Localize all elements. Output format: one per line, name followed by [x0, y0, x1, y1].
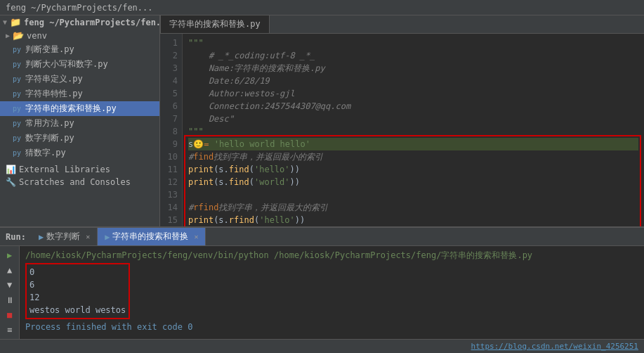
- scratches-label: Scratches and Consoles: [19, 177, 131, 187]
- filename-4: 字符串的搜索和替换.py: [25, 103, 117, 115]
- code-line-3: Name:字符串的搜索和替换.py: [188, 62, 638, 75]
- top-bar: feng ~/PycharmProjects/fen...: [0, 0, 644, 15]
- ext-lib-label: External Libraries: [19, 165, 110, 174]
- sidebar-project-root[interactable]: ▼ 📁 feng ~/PycharmProjects/fen...: [0, 15, 159, 29]
- tab-filename: 字符串的搜索和替换.py: [169, 19, 261, 29]
- pause-button[interactable]: ⏸: [3, 294, 17, 306]
- editor-tabs: 字符串的搜索和替换.py: [160, 15, 644, 34]
- external-libraries[interactable]: 📊 External Libraries: [0, 163, 159, 176]
- output-line-2: 12: [29, 291, 126, 304]
- code-line-8: """: [188, 125, 638, 138]
- output-line-0: 0: [29, 266, 126, 278]
- code-line-14: #rfind找到字串，并返回最大的索引: [188, 201, 638, 214]
- stop-button[interactable]: ■: [3, 309, 17, 321]
- py-file-icon-2: py: [11, 75, 22, 83]
- sidebar: ▼ 📁 feng ~/PycharmProjects/fen... ▶ 📂 ve…: [0, 15, 160, 226]
- sidebar-item-file-0[interactable]: py 判断变量.py: [0, 42, 159, 57]
- output-box-container: 0 6 12 westos world westos: [25, 263, 130, 319]
- code-line-12: print(s.find('world')): [188, 176, 638, 188]
- sidebar-item-file-6[interactable]: py 数字判断.py: [0, 131, 159, 146]
- project-name: feng ~/PycharmProjects/fen...: [24, 18, 160, 27]
- filename-6: 数字判断.py: [25, 132, 74, 144]
- scratches-and-consoles[interactable]: 🔧 Scratches and Consoles: [0, 176, 159, 188]
- sidebar-item-file-2[interactable]: py 字符串定义.py: [0, 72, 159, 86]
- py-file-icon-7: py: [11, 149, 22, 157]
- run-tab-0[interactable]: ▶ 数字判断 ✕: [32, 228, 98, 245]
- py-file-icon-0: py: [11, 46, 22, 53]
- code-line-9: s🙂= 'hello world hello': [188, 138, 638, 150]
- run-button[interactable]: ▶: [3, 249, 17, 261]
- sidebar-item-file-3[interactable]: py 字符串特性.py: [0, 86, 159, 101]
- down-button[interactable]: ▼: [3, 279, 17, 291]
- code-line-5: Author:westos-gjl: [188, 87, 638, 100]
- sidebar-item-file-1[interactable]: py 判断大小写和数字.py: [0, 57, 159, 72]
- run-tab-label-0: 数字判断: [46, 231, 80, 243]
- run-tab-1[interactable]: ▶ 字符串的搜索和替换 ✕: [98, 228, 206, 245]
- exit-message: Process finished with exit code 0: [25, 321, 638, 333]
- code-editor: 12345 678910 1112131415 161718 """ # _*_…: [160, 34, 644, 226]
- code-line-13: [188, 188, 638, 201]
- sidebar-item-file-4[interactable]: py 字符串的搜索和替换.py: [0, 101, 159, 116]
- code-line-10: #find找到字串，并返回最小的索引: [188, 150, 638, 163]
- editor-tab-active[interactable]: 字符串的搜索和替换.py: [160, 15, 270, 33]
- run-icon-0: ▶: [39, 232, 44, 242]
- csdn-link[interactable]: https://blog.csdn.net/weixin_4256251: [471, 342, 638, 351]
- output-line-3: westos world westos: [29, 304, 126, 316]
- code-line-6: Connection:2457544307@qq.com: [188, 100, 638, 113]
- expand-icon: ▶: [6, 32, 10, 39]
- status-bar: https://blog.csdn.net/weixin_4256251: [0, 339, 644, 353]
- code-line-15: print(s.rfind('hello')): [188, 214, 638, 226]
- run-toolbar: ▶ ▲ ▼ ⏸ ■ ≡: [0, 246, 20, 339]
- code-line-2: # _*_coding:utf-8 _*_: [188, 49, 638, 62]
- py-file-icon-1: py: [11, 60, 22, 68]
- py-file-icon-3: py: [11, 90, 22, 98]
- code-content[interactable]: """ # _*_coding:utf-8 _*_ Name:字符串的搜索和替换…: [183, 34, 644, 226]
- code-line-4: Date:6/28/19: [188, 75, 638, 87]
- code-line-7: Desc": [188, 113, 638, 125]
- filename-5: 常用方法.py: [25, 117, 74, 129]
- close-icon-0[interactable]: ✕: [86, 233, 90, 240]
- more-button[interactable]: ≡: [3, 324, 17, 336]
- py-file-icon-5: py: [11, 120, 22, 127]
- venv-label: venv: [27, 31, 47, 41]
- output-line-1: 6: [29, 278, 126, 291]
- filename-2: 字符串定义.py: [25, 73, 83, 85]
- run-tabs: Run: ▶ 数字判断 ✕ ▶ 字符串的搜索和替换 ✕: [0, 228, 644, 246]
- code-line-1: """: [188, 37, 638, 49]
- filename-1: 判断大小写和数字.py: [25, 58, 108, 70]
- sidebar-venv[interactable]: ▶ 📂 venv: [0, 29, 159, 42]
- line-numbers: 12345 678910 1112131415 161718: [160, 34, 183, 226]
- sidebar-item-file-7[interactable]: py 猜数字.py: [0, 146, 159, 160]
- filename-3: 字符串特性.py: [25, 88, 83, 100]
- bar-chart-icon: 📊: [6, 165, 16, 174]
- scratches-icon: 🔧: [6, 177, 16, 187]
- project-title: feng ~/PycharmProjects/fen...: [6, 3, 153, 13]
- run-icon-1: ▶: [105, 232, 110, 242]
- filename-7: 猜数字.py: [25, 147, 66, 159]
- venv-folder-icon: 📂: [13, 30, 24, 41]
- run-label: Run:: [0, 229, 32, 245]
- sidebar-item-file-5[interactable]: py 常用方法.py: [0, 116, 159, 131]
- close-icon-1[interactable]: ✕: [194, 233, 198, 240]
- up-button[interactable]: ▲: [3, 264, 17, 276]
- run-content: ▶ ▲ ▼ ⏸ ■ ≡ /home/kiosk/PycharmProjects/…: [0, 246, 644, 339]
- filename-0: 判断变量.py: [25, 44, 74, 56]
- folder-expand-icon: ▼: [3, 18, 7, 26]
- run-command-line: /home/kiosk/PycharmProjects/feng/venv/bi…: [25, 249, 638, 262]
- run-output[interactable]: /home/kiosk/PycharmProjects/feng/venv/bi…: [20, 246, 644, 339]
- editor-area: 字符串的搜索和替换.py 12345 678910 1112131415 161…: [160, 15, 644, 226]
- code-line-11: print(s.find('hello')): [188, 163, 638, 176]
- project-folder-icon: 📁: [10, 17, 21, 27]
- py-file-icon-4: py: [11, 105, 22, 113]
- bottom-panel: Run: ▶ 数字判断 ✕ ▶ 字符串的搜索和替换 ✕ ▶ ▲ ▼ ⏸ ■ ≡ …: [0, 226, 644, 353]
- run-tab-label-1: 字符串的搜索和替换: [112, 231, 188, 243]
- py-file-icon-6: py: [11, 134, 22, 142]
